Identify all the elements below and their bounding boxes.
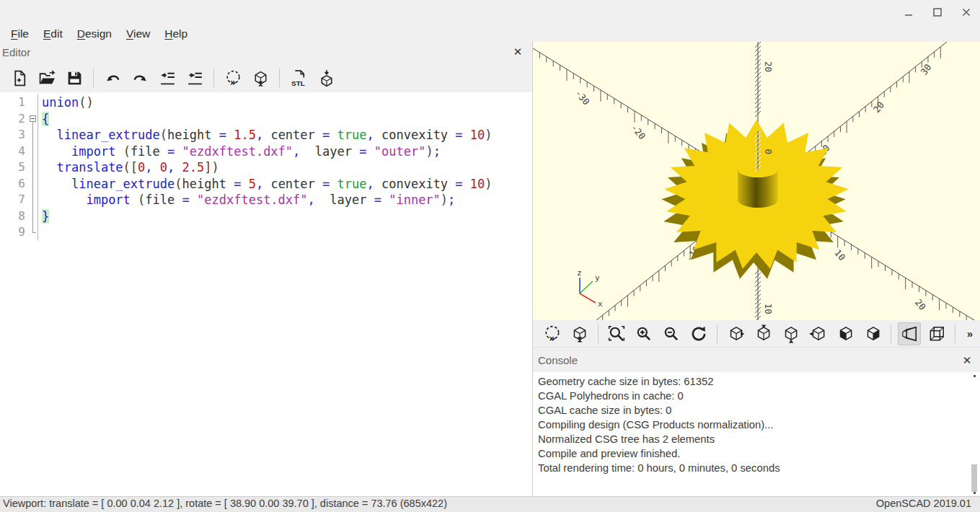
toolbar-separator: [598, 325, 599, 343]
view-bottom-icon: [781, 325, 800, 343]
svg-text:30: 30: [919, 62, 934, 77]
window-controls: [902, 6, 973, 19]
zoom-out-button[interactable]: [660, 322, 683, 345]
view-right-button[interactable]: [724, 322, 747, 345]
console-log[interactable]: Geometry cache size in bytes: 61352CGAL …: [533, 372, 980, 496]
toolbar-overflow-button[interactable]: »: [967, 327, 973, 340]
svg-text:20: 20: [913, 297, 928, 312]
code-text: linear_extrude(height = 1.5, center = tr…: [38, 127, 493, 144]
scrollbar-thumb[interactable]: [971, 464, 977, 492]
export-stl-icon: STL: [290, 69, 308, 87]
open-button[interactable]: [36, 67, 58, 89]
undo-icon: [104, 69, 122, 87]
new-file-icon: [11, 69, 29, 87]
console-line: CGAL Polyhedrons in cache: 0: [538, 389, 974, 403]
console-scrollbar[interactable]: [970, 372, 977, 496]
console-line: Compile and preview finished.: [538, 446, 974, 461]
new-file-button[interactable]: [9, 67, 30, 89]
3d-scene: -30-20-101020-1010203020100zyx: [533, 42, 980, 320]
view-front-button[interactable]: [834, 322, 857, 345]
svg-text:-20: -20: [629, 122, 648, 141]
view-back-button[interactable]: [861, 322, 884, 345]
toolbar-separator: [717, 325, 718, 343]
toolbar-separator: [93, 69, 94, 87]
print-3d-button[interactable]: [315, 67, 337, 89]
menu-help[interactable]: Help: [157, 26, 195, 45]
redo-icon: [131, 69, 149, 87]
render-icon: [570, 325, 589, 343]
console-line: Compiling design (CSG Products normaliza…: [538, 418, 974, 432]
statusbar: Viewport: translate = [ 0.00 0.04 2.12 ]…: [0, 496, 980, 512]
menu-design[interactable]: Design: [70, 26, 119, 45]
svg-text:x: x: [598, 299, 603, 309]
svg-text:y: y: [595, 273, 600, 283]
perspective-button[interactable]: [898, 322, 921, 345]
zoom-all-icon: [607, 325, 626, 343]
indent-button[interactable]: [184, 67, 206, 89]
view-back-icon: [863, 325, 882, 343]
console-panel-header: Console ✕: [533, 348, 980, 372]
editor-close-icon[interactable]: ✕: [511, 45, 525, 59]
preview-button[interactable]: »: [541, 322, 564, 345]
svg-text:»: »: [229, 76, 236, 87]
view-left-button[interactable]: [806, 322, 829, 345]
line-number: 1: [0, 94, 29, 111]
3d-viewport[interactable]: -30-20-101020-1010203020100zyx: [533, 42, 980, 320]
zoom-in-button[interactable]: [632, 322, 655, 345]
export-stl-button[interactable]: STL: [288, 67, 309, 89]
unindent-button[interactable]: [156, 67, 178, 89]
code-line-5: 5 translate([0, 0, 2.5]): [0, 159, 532, 176]
fold-margin[interactable]: [29, 111, 38, 128]
console-line: Total rendering time: 0 hours, 0 minutes…: [538, 461, 974, 475]
toolbar-separator: [279, 69, 280, 87]
view-top-icon: [754, 325, 772, 343]
code-text: {: [38, 111, 49, 128]
render-button[interactable]: [250, 67, 271, 89]
svg-text:10: 10: [832, 247, 847, 262]
menu-view[interactable]: View: [119, 26, 157, 45]
preview-icon: »: [543, 325, 562, 343]
preview-button[interactable]: »: [222, 67, 244, 89]
version-text: OpenSCAD 2019.01: [876, 498, 971, 509]
menu-edit[interactable]: Edit: [36, 26, 70, 45]
menu-file[interactable]: File: [4, 26, 36, 45]
svg-text:-30: -30: [573, 87, 592, 107]
svg-text:STL: STL: [291, 79, 305, 87]
console-panel-title: Console: [538, 354, 578, 366]
code-text: [38, 224, 42, 241]
code-text: translate([0, 0, 2.5]): [38, 159, 219, 176]
code-text: union(): [38, 94, 94, 111]
code-text: linear_extrude(height = 5, center = true…: [38, 176, 493, 193]
svg-text:20: 20: [763, 61, 774, 72]
line-number: 8: [0, 208, 29, 225]
svg-text:20: 20: [871, 100, 886, 115]
preview-icon: »: [224, 69, 242, 87]
redo-button[interactable]: [129, 67, 151, 89]
reset-view-button[interactable]: [687, 322, 710, 345]
line-number: 2: [0, 111, 29, 128]
undo-button[interactable]: [102, 67, 123, 89]
code-line-9: 9: [0, 224, 532, 241]
code-editor[interactable]: 1union()2{3 linear_extrude(height = 1.5,…: [0, 92, 532, 496]
scrollbar-up-arrow[interactable]: [974, 375, 976, 377]
orthogonal-button[interactable]: [925, 322, 948, 345]
line-number: 5: [0, 159, 29, 176]
zoom-out-icon: [662, 325, 681, 343]
view-bottom-button[interactable]: [779, 322, 802, 345]
code-line-7: 7 import (file = "ezdxftest.dxf", layer …: [0, 192, 532, 208]
view-right-icon: [726, 325, 745, 343]
save-button[interactable]: [63, 67, 85, 89]
minimize-button[interactable]: [902, 6, 915, 19]
render-button[interactable]: [568, 322, 591, 345]
scrollbar-down-arrow[interactable]: [974, 492, 976, 494]
view-top-button[interactable]: [751, 322, 774, 345]
zoom-all-button[interactable]: [605, 322, 628, 345]
close-button[interactable]: [960, 6, 973, 19]
reset-view-icon: [689, 325, 708, 343]
toolbar-separator: [891, 325, 891, 343]
console-close-icon[interactable]: ✕: [960, 353, 974, 368]
line-number: 9: [0, 224, 29, 241]
perspective-icon: [900, 325, 919, 343]
maximize-button[interactable]: [931, 6, 944, 19]
console-line: Geometry cache size in bytes: 61352: [538, 374, 974, 389]
